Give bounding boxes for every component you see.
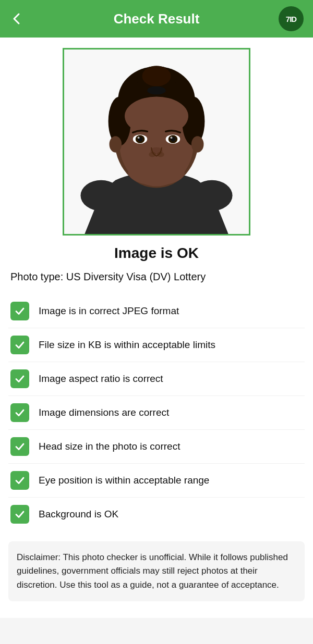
svg-point-3 [191, 180, 233, 211]
check-icon [10, 471, 29, 490]
check-item: Image dimensions are correct [8, 396, 305, 430]
status-title: Image is OK [8, 245, 305, 262]
check-label: Image dimensions are correct [39, 407, 169, 418]
svg-point-2 [80, 180, 122, 211]
check-label: File size in KB is within acceptable lim… [39, 339, 215, 351]
app-header: Check Result 7ID [0, 0, 313, 38]
check-label: Background is OK [39, 509, 118, 520]
check-icon [10, 505, 29, 524]
check-item: Head size in the photo is correct [8, 430, 305, 464]
back-button[interactable] [9, 11, 24, 26]
svg-point-24 [157, 152, 164, 157]
svg-point-12 [147, 86, 165, 95]
svg-point-26 [191, 136, 204, 152]
svg-point-27 [128, 159, 185, 185]
check-item: Image aspect ratio is correct [8, 362, 305, 396]
check-item: Background is OK [8, 498, 305, 531]
check-label: Image is in correct JPEG format [39, 305, 179, 317]
check-icon [10, 403, 29, 422]
check-label: Eye position is within acceptable range [39, 475, 209, 486]
photo-wrapper [8, 48, 305, 236]
svg-point-17 [138, 137, 140, 139]
portrait-svg [64, 49, 249, 234]
check-icon [10, 437, 29, 456]
check-list: Image is in correct JPEG format File siz… [8, 294, 305, 531]
page-title: Check Result [114, 11, 200, 27]
check-item: File size in KB is within acceptable lim… [8, 328, 305, 362]
svg-point-13 [125, 96, 188, 135]
check-label: Head size in the photo is correct [39, 441, 180, 452]
photo-type-label: Photo type: US Diversity Visa (DV) Lotte… [8, 271, 305, 283]
check-icon [10, 302, 29, 320]
check-icon [10, 369, 29, 388]
svg-point-21 [171, 137, 173, 139]
check-icon [10, 336, 29, 354]
svg-point-23 [149, 152, 156, 157]
disclaimer-box: Disclaimer: This photo checker is unoffi… [8, 541, 305, 601]
passport-photo [63, 48, 250, 236]
check-label: Image aspect ratio is correct [39, 373, 163, 385]
app-logo: 7ID [279, 6, 304, 31]
svg-point-11 [142, 66, 171, 86]
disclaimer-text: Disclaimer: This photo checker is unoffi… [17, 551, 296, 592]
check-item: Image is in correct JPEG format [8, 294, 305, 328]
main-content: Image is OK Photo type: US Diversity Vis… [0, 38, 313, 618]
check-item: Eye position is within acceptable range [8, 464, 305, 498]
svg-point-25 [110, 136, 122, 152]
